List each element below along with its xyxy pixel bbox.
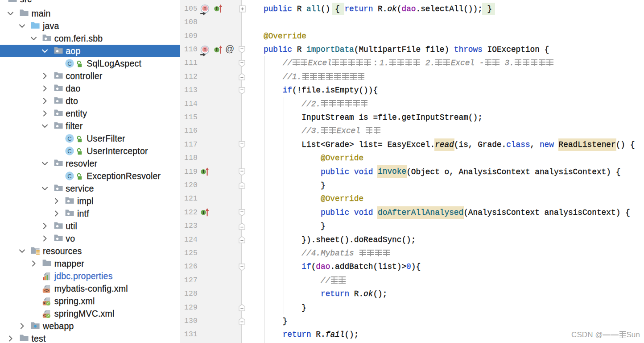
svg-text:C: C [68,60,72,67]
svg-text:C: C [68,173,72,180]
svg-text:I: I [202,210,204,215]
svg-text:C: C [68,148,72,155]
svg-text:<: < [43,313,45,318]
svg-text:I: I [216,7,218,12]
svg-text:m: m [204,47,206,52]
svg-text:I: I [216,47,218,52]
svg-text:<: < [43,301,45,305]
svg-text:<>: <> [44,288,49,293]
svg-text:C: C [68,135,72,142]
svg-text:m: m [204,7,206,12]
svg-text:I: I [202,170,204,175]
